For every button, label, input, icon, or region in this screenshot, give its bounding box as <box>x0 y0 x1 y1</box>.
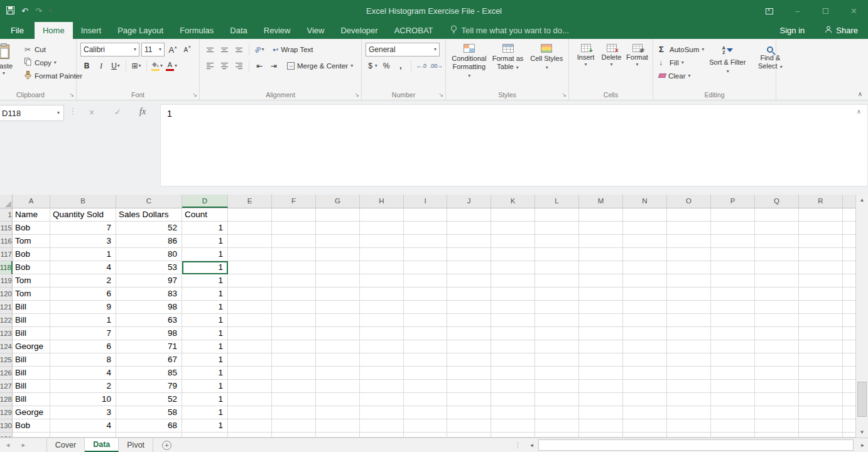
fill-color-button[interactable]: ▾ <box>151 60 163 72</box>
cell-K128[interactable] <box>491 393 535 406</box>
cell-S130[interactable] <box>843 419 855 433</box>
cell-L122[interactable] <box>535 314 579 327</box>
cell-P1[interactable] <box>711 208 755 222</box>
column-header-M[interactable]: M <box>579 195 623 208</box>
ribbon-tab-acrobat[interactable]: ACROBAT <box>386 22 442 39</box>
cell-O127[interactable] <box>667 380 711 393</box>
cell-N128[interactable] <box>623 393 667 406</box>
cell-E128[interactable] <box>228 393 272 406</box>
cell-E120[interactable] <box>228 288 272 301</box>
cell-C125[interactable]: 67 <box>116 353 182 367</box>
align-center-button[interactable] <box>218 60 231 72</box>
cell-I122[interactable] <box>404 314 447 327</box>
cell-S120[interactable] <box>843 288 855 301</box>
cell-K123[interactable] <box>491 327 535 340</box>
cell-E121[interactable] <box>228 301 272 314</box>
underline-dropdown-icon[interactable]: ▾ <box>117 63 120 68</box>
cell-N125[interactable] <box>623 353 667 367</box>
cell-R128[interactable] <box>799 393 843 406</box>
ribbon-tab-view[interactable]: View <box>298 22 332 39</box>
cell-O123[interactable] <box>667 327 711 340</box>
cell-Q127[interactable] <box>755 380 799 393</box>
name-box[interactable]: D118 ▾ <box>0 105 64 121</box>
cell-R124[interactable] <box>799 340 843 353</box>
align-right-button[interactable] <box>232 60 245 72</box>
cell-H122[interactable] <box>360 314 404 327</box>
next-sheet-icon[interactable]: ► <box>16 438 31 452</box>
find-select-button[interactable]: Find & Select ▾ <box>749 41 791 89</box>
cell-G122[interactable] <box>316 314 360 327</box>
cell-C116[interactable]: 86 <box>116 235 182 248</box>
cell-E116[interactable] <box>228 235 272 248</box>
cell-K124[interactable] <box>491 340 535 353</box>
sheet-tab-pivot[interactable]: Pivot <box>119 438 153 452</box>
cell-D119[interactable]: 1 <box>182 274 228 288</box>
cell-L125[interactable] <box>535 353 579 367</box>
ribbon-tab-formulas[interactable]: Formulas <box>171 22 222 39</box>
cell-L120[interactable] <box>535 288 579 301</box>
percent-style-button[interactable]: % <box>380 60 393 72</box>
cell-L131[interactable] <box>535 433 579 438</box>
paste-button[interactable]: Paste ▾ <box>0 41 19 89</box>
cell-E123[interactable] <box>228 327 272 340</box>
cell-A123[interactable]: Bill <box>13 327 50 340</box>
cell-G131[interactable] <box>316 433 360 438</box>
ribbon-tab-data[interactable]: Data <box>222 22 255 39</box>
cell-R119[interactable] <box>799 274 843 288</box>
cell-F118[interactable] <box>272 261 316 274</box>
cell-N126[interactable] <box>623 367 667 380</box>
cell-Q117[interactable] <box>755 248 799 261</box>
cell-D127[interactable]: 1 <box>182 380 228 393</box>
comma-style-button[interactable]: , <box>394 60 407 72</box>
cell-N119[interactable] <box>623 274 667 288</box>
cell-O116[interactable] <box>667 235 711 248</box>
cell-D128[interactable]: 1 <box>182 393 228 406</box>
cell-J119[interactable] <box>447 274 491 288</box>
cell-D130[interactable]: 1 <box>182 419 228 433</box>
cell-M118[interactable] <box>579 261 623 274</box>
cell-R118[interactable] <box>799 261 843 274</box>
cell-J125[interactable] <box>447 353 491 367</box>
cell-E117[interactable] <box>228 248 272 261</box>
cell-C126[interactable]: 85 <box>116 367 182 380</box>
cell-O121[interactable] <box>667 301 711 314</box>
cell-Q115[interactable] <box>755 222 799 235</box>
cell-K125[interactable] <box>491 353 535 367</box>
scroll-up-icon[interactable]: ▲ <box>856 195 868 205</box>
cell-J120[interactable] <box>447 288 491 301</box>
cell-D116[interactable]: 1 <box>182 235 228 248</box>
row-header-127[interactable]: 127 <box>0 380 13 393</box>
cell-J127[interactable] <box>447 380 491 393</box>
cell-N129[interactable] <box>623 406 667 419</box>
cell-R123[interactable] <box>799 327 843 340</box>
increase-font-size-button[interactable]: A▴ <box>166 43 179 56</box>
cell-N118[interactable] <box>623 261 667 274</box>
cell-Q121[interactable] <box>755 301 799 314</box>
merge-center-button[interactable]: ↔ Merge & Center ▾ <box>287 62 353 70</box>
cell-L126[interactable] <box>535 367 579 380</box>
ribbon-tab-review[interactable]: Review <box>256 22 299 39</box>
cell-F120[interactable] <box>272 288 316 301</box>
cell-R120[interactable] <box>799 288 843 301</box>
cell-S119[interactable] <box>843 274 855 288</box>
cell-A121[interactable]: Bill <box>13 301 50 314</box>
cell-D120[interactable]: 1 <box>182 288 228 301</box>
cell-G125[interactable] <box>316 353 360 367</box>
cell-Q130[interactable] <box>755 419 799 433</box>
column-header-P[interactable]: P <box>711 195 755 208</box>
cell-A120[interactable]: Tom <box>13 288 50 301</box>
column-header-H[interactable]: H <box>360 195 404 208</box>
cell-F131[interactable] <box>272 433 316 438</box>
cell-D118[interactable]: 1 <box>182 261 228 274</box>
cell-E130[interactable] <box>228 419 272 433</box>
cell-Q120[interactable] <box>755 288 799 301</box>
cell-M115[interactable] <box>579 222 623 235</box>
enter-icon[interactable]: ✓ <box>114 107 121 117</box>
cell-F125[interactable] <box>272 353 316 367</box>
cell-R130[interactable] <box>799 419 843 433</box>
cell-C129[interactable]: 58 <box>116 406 182 419</box>
cell-H126[interactable] <box>360 367 404 380</box>
cell-O131[interactable] <box>667 433 711 438</box>
cell-N124[interactable] <box>623 340 667 353</box>
cell-P129[interactable] <box>711 406 755 419</box>
